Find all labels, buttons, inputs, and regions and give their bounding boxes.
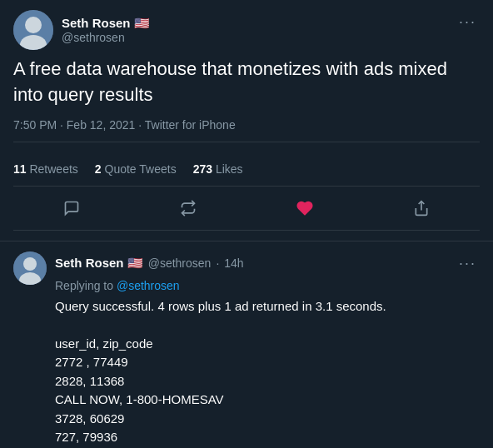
share-icon [413, 200, 430, 217]
avatar [13, 10, 53, 50]
tweet-separator: · [138, 118, 145, 132]
user-name: Seth Rosen 🇺🇸 [62, 16, 150, 31]
user-handle: @sethrosen [62, 31, 150, 44]
likes-stat[interactable]: 273 Likes [193, 162, 243, 176]
retweet-icon [180, 200, 197, 217]
quote-tweets-label: Quote Tweets [105, 162, 177, 176]
likes-count: 273 [193, 162, 212, 176]
reply-content: Seth Rosen 🇺🇸 @sethrosen · 14h ··· Reply… [55, 251, 480, 448]
svg-point-5 [23, 257, 37, 271]
reply-body: Query successful. 4 rows plus 1 ad retur… [55, 297, 480, 447]
reply-avatar [13, 251, 47, 285]
reply-user-name: Seth Rosen 🇺🇸 [55, 256, 143, 271]
reply-header-left: Seth Rosen 🇺🇸 @sethrosen · 14h [55, 256, 244, 271]
heart-icon [296, 200, 313, 217]
more-options-button[interactable]: ··· [456, 10, 480, 34]
reply-button[interactable] [57, 193, 87, 223]
quote-tweets-stat[interactable]: 2 Quote Tweets [95, 162, 177, 176]
like-button[interactable] [290, 193, 320, 223]
retweet-button[interactable] [173, 193, 203, 223]
replying-to-handle[interactable]: @sethrosen [117, 279, 180, 292]
main-tweet: Seth Rosen 🇺🇸 @sethrosen ··· A free data… [0, 0, 493, 241]
tweet-time: 7:50 PM · Feb 12, 2021 [13, 118, 135, 132]
replying-to-label: Replying to [55, 279, 113, 292]
quote-tweets-count: 2 [95, 162, 102, 176]
reply-tweet: Seth Rosen 🇺🇸 @sethrosen · 14h ··· Reply… [0, 241, 493, 448]
retweets-count: 11 [13, 162, 27, 176]
reply-user-handle: @sethrosen [148, 256, 212, 270]
tweet-header-left: Seth Rosen 🇺🇸 @sethrosen [13, 10, 150, 50]
tweet-meta: 7:50 PM · Feb 12, 2021 · Twitter for iPh… [13, 118, 480, 142]
user-info: Seth Rosen 🇺🇸 @sethrosen [62, 16, 150, 44]
retweets-stat[interactable]: 11 Retweets [13, 162, 78, 176]
reply-time-ago: 14h [224, 256, 243, 270]
reply-header: Seth Rosen 🇺🇸 @sethrosen · 14h ··· [55, 251, 480, 276]
reply-time: · [216, 256, 219, 270]
retweets-label: Retweets [29, 162, 77, 176]
reply-to: Replying to @sethrosen [55, 279, 480, 292]
comment-icon [63, 200, 80, 217]
tweet-stats: 11 Retweets 2 Quote Tweets 273 Likes [13, 152, 480, 187]
reply-more-options-button[interactable]: ··· [456, 251, 480, 276]
tweet-source: Twitter for iPhone [145, 118, 236, 132]
svg-point-1 [25, 17, 42, 33]
share-button[interactable] [406, 193, 436, 223]
tweet-body: A free data warehouse that monetizes wit… [13, 57, 480, 108]
tweet-header: Seth Rosen 🇺🇸 @sethrosen ··· [13, 10, 480, 50]
likes-label: Likes [216, 162, 243, 176]
tweet-actions [13, 187, 480, 231]
